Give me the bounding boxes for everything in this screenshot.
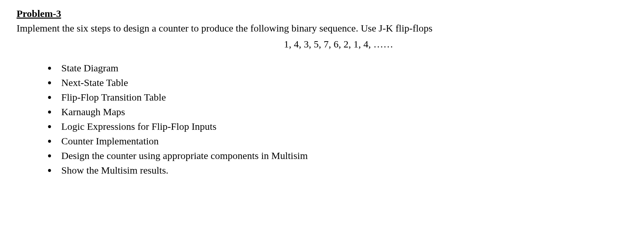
problem-title: Problem-3 bbox=[17, 7, 627, 21]
problem-description: Implement the six steps to design a coun… bbox=[17, 21, 627, 35]
list-item: Next-State Table bbox=[56, 76, 627, 90]
list-item: Logic Expressions for Flip-Flop Inputs bbox=[56, 120, 627, 133]
list-item: Counter Implementation bbox=[56, 134, 627, 148]
binary-sequence: 1, 4, 3, 5, 7, 6, 2, 1, 4, …… bbox=[17, 37, 627, 51]
steps-list: State Diagram Next-State Table Flip-Flop… bbox=[17, 61, 627, 177]
list-item: Karnaugh Maps bbox=[56, 105, 627, 119]
list-item: Design the counter using appropriate com… bbox=[56, 149, 627, 163]
list-item: Show the Multisim results. bbox=[56, 163, 627, 177]
list-item: State Diagram bbox=[56, 61, 627, 75]
list-item: Flip-Flop Transition Table bbox=[56, 90, 627, 104]
